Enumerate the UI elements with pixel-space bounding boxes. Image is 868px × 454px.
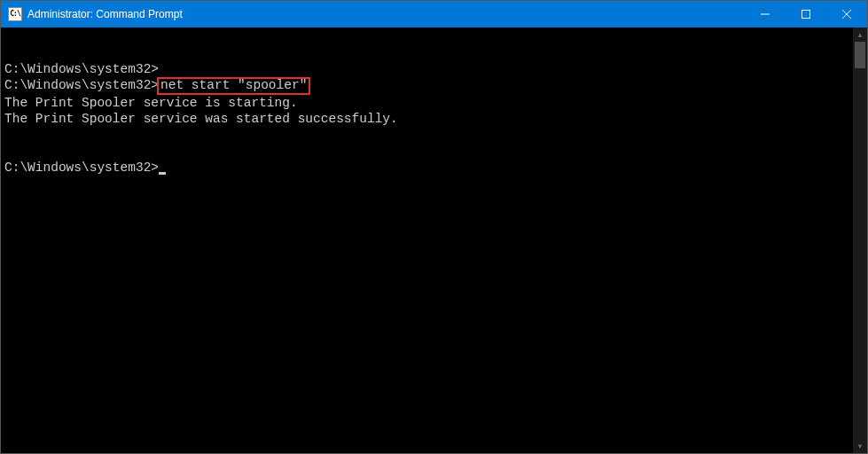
- scrollbar-track[interactable]: [853, 42, 867, 439]
- prompt: C:\Windows\system32>: [4, 78, 159, 92]
- scroll-down-arrow[interactable]: ▼: [853, 439, 867, 453]
- minimize-button[interactable]: [745, 1, 786, 27]
- svg-rect-1: [802, 11, 810, 19]
- terminal-line: C:\Windows\system32>net start "spooler": [4, 77, 864, 95]
- terminal-line: [4, 144, 864, 160]
- scrollbar-thumb[interactable]: [855, 42, 865, 68]
- output-line: The Print Spooler service was started su…: [4, 111, 864, 127]
- terminal-line: C:\Windows\system32>: [4, 160, 864, 176]
- output-line: The Print Spooler service is starting.: [4, 95, 864, 111]
- cmd-icon-label: C:\: [10, 11, 20, 18]
- prompt: C:\Windows\system32>: [4, 62, 159, 76]
- terminal-content: C:\Windows\system32>C:\Windows\system32>…: [4, 61, 864, 176]
- command-prompt-window: C:\ Administrator: Command Prompt: [0, 0, 868, 454]
- maximize-button[interactable]: [786, 1, 826, 27]
- terminal-line: [4, 128, 864, 144]
- maximize-icon: [802, 10, 810, 19]
- cursor: [159, 172, 166, 175]
- close-button[interactable]: [826, 1, 867, 27]
- titlebar[interactable]: C:\ Administrator: Command Prompt: [1, 1, 867, 27]
- scrollbar[interactable]: ▲ ▼: [853, 27, 867, 453]
- terminal-area[interactable]: C:\Windows\system32>C:\Windows\system32>…: [1, 27, 867, 453]
- close-icon: [842, 10, 851, 19]
- terminal-line: C:\Windows\system32>: [4, 61, 864, 77]
- minimize-icon: [761, 10, 770, 19]
- window-title: Administrator: Command Prompt: [27, 8, 183, 20]
- prompt: C:\Windows\system32>: [4, 160, 159, 175]
- scroll-up-arrow[interactable]: ▲: [853, 27, 867, 42]
- window-controls: [745, 1, 867, 27]
- highlighted-command: net start "spooler": [157, 77, 310, 95]
- cmd-icon: C:\: [8, 7, 22, 21]
